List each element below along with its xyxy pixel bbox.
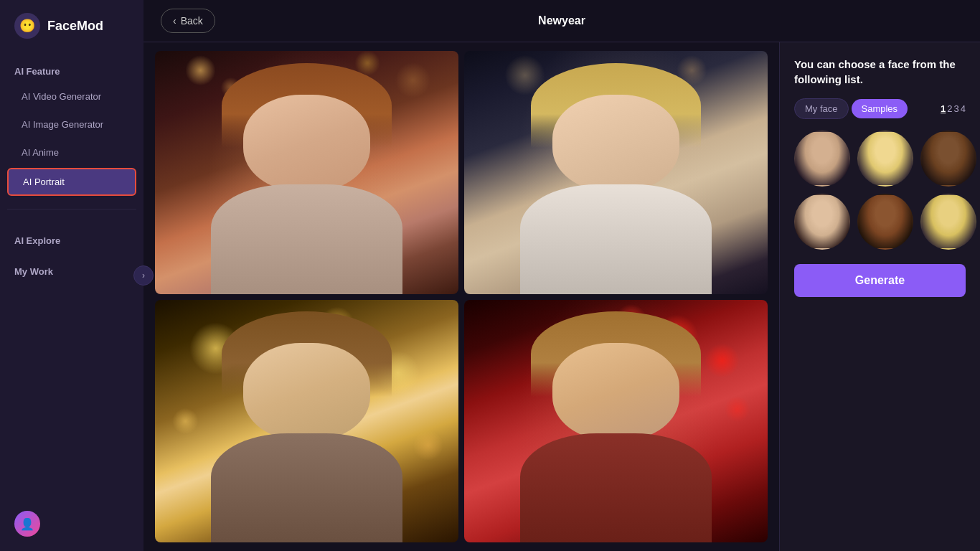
section-label-ai-explore: AI Explore	[0, 221, 143, 252]
image-grid	[143, 42, 779, 551]
sidebar-item-ai-anime[interactable]: AI Anime	[7, 140, 136, 165]
face-sample-1[interactable]	[794, 131, 850, 187]
portrait-image-3[interactable]	[155, 300, 458, 543]
page-2[interactable]: 2	[947, 103, 952, 114]
back-button[interactable]: ‹ Back	[161, 9, 215, 33]
section-label-my-work: My Work	[0, 252, 143, 283]
sidebar: 😶 FaceMod AI Feature AI Video Generator …	[0, 0, 143, 551]
top-bar: ‹ Back Newyear	[143, 0, 980, 42]
section-label-ai-feature: AI Feature	[0, 52, 143, 83]
face-tabs: My face Samples 1234	[794, 98, 966, 119]
portrait-image-4[interactable]	[464, 300, 768, 543]
back-chevron-icon: ‹	[173, 15, 176, 27]
panel-description: You can choose a face from the following…	[794, 57, 966, 87]
face-sample-2[interactable]	[857, 131, 913, 187]
logo-area: 😶 FaceMod	[0, 0, 143, 52]
face-sample-5[interactable]	[857, 194, 913, 250]
page-4[interactable]: 4	[961, 103, 966, 114]
face-sample-3[interactable]	[920, 131, 976, 187]
generate-button[interactable]: Generate	[794, 264, 966, 297]
pagination: 1234	[941, 103, 966, 114]
portrait-image-1[interactable]	[155, 51, 458, 294]
back-label: Back	[181, 15, 203, 27]
app-name: FaceMod	[47, 19, 103, 34]
page-3[interactable]: 3	[954, 103, 959, 114]
logo-icon: 😶	[14, 13, 40, 39]
face-sample-4[interactable]	[794, 194, 850, 250]
portrait-image-2[interactable]	[464, 51, 768, 294]
sidebar-item-ai-image-generator[interactable]: AI Image Generator	[7, 112, 136, 137]
avatar[interactable]: 👤	[14, 511, 40, 537]
logo-emoji: 😶	[19, 18, 35, 34]
tab-samples[interactable]: Samples	[852, 99, 908, 118]
collapse-sidebar-button[interactable]: ›	[133, 265, 154, 286]
sidebar-item-ai-video-generator[interactable]: AI Video Generator	[7, 84, 136, 109]
content-area: You can choose a face from the following…	[143, 42, 980, 551]
right-panel: You can choose a face from the following…	[779, 42, 980, 551]
page-title: Newyear	[538, 14, 585, 27]
face-sample-6[interactable]	[920, 194, 976, 250]
main-content: ‹ Back Newyear	[143, 0, 980, 551]
faces-grid	[794, 131, 966, 250]
tab-my-face[interactable]: My face	[794, 98, 849, 119]
sidebar-item-ai-portrait[interactable]: AI Portrait	[7, 168, 136, 196]
page-1[interactable]: 1	[941, 103, 946, 114]
